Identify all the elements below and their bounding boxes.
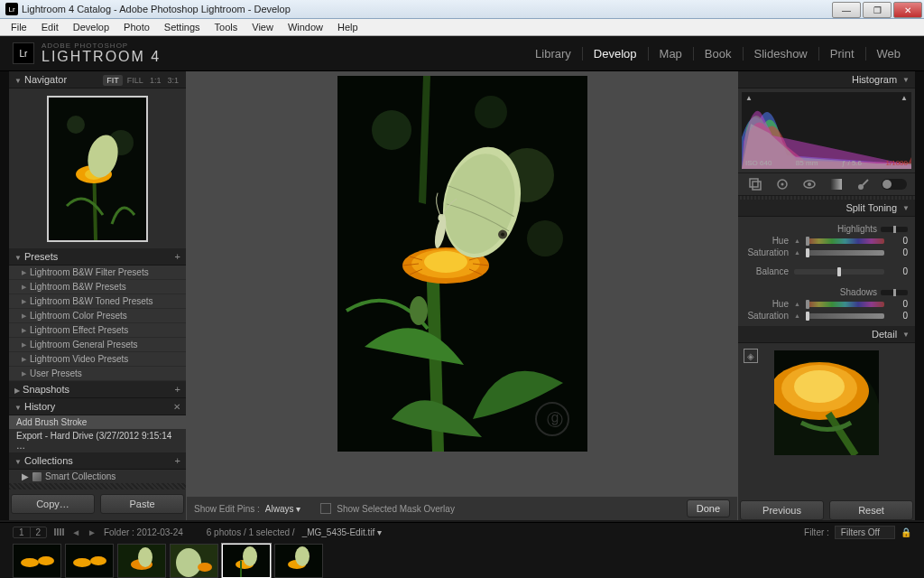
history-clear-icon[interactable]: ✕: [173, 402, 180, 412]
maximize-button[interactable]: ❐: [863, 2, 892, 18]
gradient-tool-icon[interactable]: [827, 175, 845, 193]
detail-preview[interactable]: [774, 350, 879, 455]
paste-button[interactable]: Paste: [100, 494, 184, 514]
show-pins-dropdown[interactable]: Always ▾: [265, 504, 300, 514]
done-button[interactable]: Done: [687, 499, 730, 517]
canvas[interactable]: ⓖ: [186, 71, 738, 493]
menu-edit[interactable]: Edit: [34, 20, 66, 34]
highlights-sat-slider[interactable]: [806, 250, 884, 256]
menu-help[interactable]: Help: [330, 20, 365, 34]
preset-folder[interactable]: ▶User Presets: [9, 367, 186, 381]
highlights-miniswath[interactable]: [881, 227, 908, 232]
preset-folder[interactable]: ▶Lightroom B&W Toned Presets: [9, 294, 186, 309]
shadows-sat-slider[interactable]: [806, 313, 884, 319]
app-icon: Lr: [5, 3, 18, 15]
filmstrip-thumb[interactable]: [117, 544, 166, 578]
redeye-tool-icon[interactable]: [800, 175, 818, 193]
histogram-header[interactable]: Histogram▼: [738, 71, 915, 89]
module-develop[interactable]: Develop: [583, 47, 649, 61]
svg-point-11: [410, 296, 428, 325]
menu-file[interactable]: File: [4, 20, 34, 34]
minimize-button[interactable]: —: [832, 2, 861, 18]
nav-mode-fill[interactable]: FILL: [125, 76, 145, 85]
previous-button[interactable]: Previous: [740, 500, 824, 520]
filmstrip-thumb[interactable]: [13, 544, 61, 578]
collections-add-icon[interactable]: +: [175, 455, 180, 466]
mask-overlay-label: Show Selected Mask Overlay: [337, 504, 455, 514]
menu-develop[interactable]: Develop: [66, 20, 116, 34]
secondary-display-nav[interactable]: 1 2: [13, 527, 47, 538]
preset-folder[interactable]: ▶Lightroom General Presets: [9, 338, 186, 352]
brush-tool-icon[interactable]: [855, 175, 873, 193]
filmstrip-thumb-selected[interactable]: [222, 544, 271, 578]
copy-button[interactable]: Copy…: [11, 494, 95, 514]
shadows-miniswath[interactable]: [881, 290, 908, 295]
collections-header[interactable]: ▼ Collections +: [9, 452, 186, 470]
snapshots-header[interactable]: ▶ Snapshots +: [9, 381, 186, 398]
grid-view-icon[interactable]: [54, 528, 64, 536]
menu-bar: File Edit Develop Photo Settings Tools V…: [0, 19, 924, 36]
presets-add-icon[interactable]: +: [175, 251, 180, 262]
preset-folder[interactable]: ▶Lightroom B&W Presets: [9, 280, 186, 294]
menu-view[interactable]: View: [245, 20, 281, 34]
main-photo[interactable]: ⓖ: [337, 76, 587, 452]
module-web[interactable]: Web: [866, 47, 912, 61]
filmstrip-thumb[interactable]: [274, 544, 323, 578]
reset-button[interactable]: Reset: [829, 500, 913, 520]
snapshots-add-icon[interactable]: +: [175, 384, 180, 395]
preset-folder[interactable]: ▶Lightroom Video Presets: [9, 352, 186, 367]
folder-label[interactable]: Folder : 2012-03-24: [104, 527, 183, 537]
module-map[interactable]: Map: [649, 47, 694, 61]
menu-tools[interactable]: Tools: [208, 20, 245, 34]
navigator-preview[interactable]: [9, 89, 186, 248]
filter-dropdown[interactable]: Filters Off: [835, 526, 895, 539]
nav-fwd-icon[interactable]: ►: [88, 527, 97, 537]
shadows-hue-slider[interactable]: [806, 302, 884, 307]
histogram-display[interactable]: ▲ ▲ ISO 640 85 mm ƒ / 5.6 1/1000: [742, 92, 911, 169]
filmstrip-thumb[interactable]: [170, 544, 218, 578]
detail-target-icon[interactable]: ◈: [744, 349, 758, 363]
nav-mode-3to1[interactable]: 3:1: [165, 76, 180, 85]
left-edge-collapse[interactable]: [0, 71, 9, 520]
history-step[interactable]: Export - Hard Drive (3/27/2012 9:15:14 …: [9, 429, 186, 452]
navigator-header[interactable]: ▼ Navigator FIT FILL 1:1 3:1: [9, 71, 186, 89]
highlights-hue-slider[interactable]: [806, 238, 884, 244]
filename-label[interactable]: _MG_5435-Edit.tif ▾: [302, 527, 382, 537]
module-slideshow[interactable]: Slideshow: [744, 47, 819, 61]
split-toning-header[interactable]: Split Toning▼: [738, 200, 915, 217]
menu-photo[interactable]: Photo: [116, 20, 157, 34]
nav-mode-fit[interactable]: FIT: [103, 75, 123, 86]
balance-slider[interactable]: [794, 269, 884, 275]
spot-tool-icon[interactable]: [773, 175, 791, 193]
preset-folder[interactable]: ▶Lightroom Color Presets: [9, 309, 186, 323]
presets-header[interactable]: ▼ Presets +: [9, 248, 186, 266]
crop-tool-icon[interactable]: [746, 175, 764, 193]
presets-list: ▶Lightroom B&W Filter Presets ▶Lightroom…: [9, 266, 186, 381]
menu-settings[interactable]: Settings: [157, 20, 208, 34]
filmstrip-thumbs[interactable]: [0, 539, 924, 578]
module-print[interactable]: Print: [819, 47, 866, 61]
filmstrip-thumb[interactable]: [65, 544, 114, 578]
preset-folder[interactable]: ▶Lightroom Effect Presets: [9, 323, 186, 338]
nav-mode-1to1[interactable]: 1:1: [148, 76, 163, 85]
svg-point-49: [138, 547, 152, 567]
shadows-label: Shadows: [840, 287, 877, 297]
right-edge-collapse[interactable]: [915, 71, 924, 520]
shadow-clip-icon[interactable]: ▲: [745, 94, 753, 102]
filter-lock-icon[interactable]: 🔒: [901, 527, 911, 537]
module-library[interactable]: Library: [524, 47, 583, 61]
close-button[interactable]: ✕: [893, 2, 922, 18]
history-step[interactable]: Add Brush Stroke: [9, 415, 186, 429]
app-header: Lr ADOBE PHOTOSHOP LIGHTROOM 4 Library D…: [0, 36, 924, 71]
module-book[interactable]: Book: [694, 47, 744, 61]
tool-switch[interactable]: [882, 179, 907, 190]
nav-back-icon[interactable]: ◄: [71, 527, 80, 537]
mask-overlay-checkbox[interactable]: [320, 503, 331, 514]
highlight-clip-icon[interactable]: ▲: [901, 94, 908, 102]
history-header[interactable]: ▼ History ✕: [9, 398, 186, 415]
menu-window[interactable]: Window: [281, 20, 330, 34]
svg-point-10: [527, 220, 563, 256]
detail-header[interactable]: Detail▼: [738, 326, 915, 343]
collection-item[interactable]: ▶ Smart Collections: [9, 470, 186, 483]
preset-folder[interactable]: ▶Lightroom B&W Filter Presets: [9, 266, 186, 280]
